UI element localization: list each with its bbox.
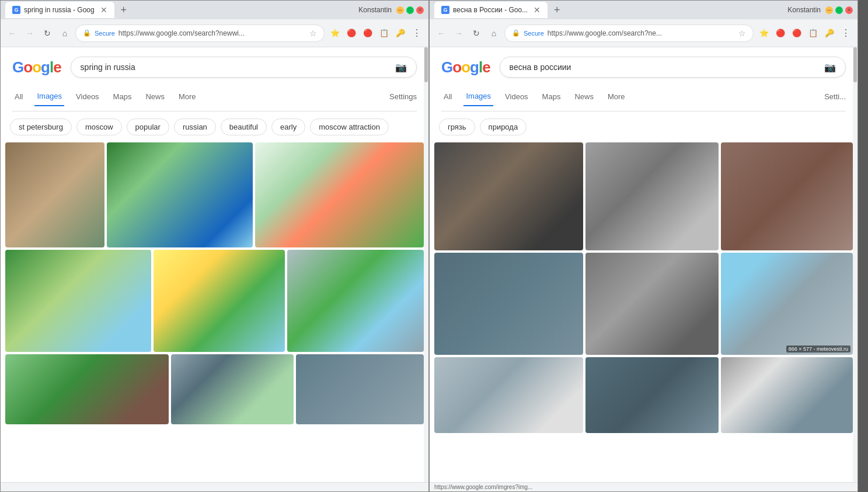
tab-2[interactable]: G весна в России - Goo... ✕: [434, 2, 548, 18]
image-7[interactable]: [5, 354, 169, 424]
address-input-2[interactable]: 🔒 Secure https://www.google.com/search?n…: [504, 25, 754, 42]
toolbar-icon-1e[interactable]: 🔑: [393, 26, 407, 40]
reload-button-2[interactable]: ↻: [469, 26, 483, 40]
chip-early[interactable]: early: [271, 118, 305, 135]
toolbar-icon-1b[interactable]: 🔴: [344, 26, 358, 40]
image-3[interactable]: [255, 142, 424, 247]
toolbar-icon-1a[interactable]: ⭐: [328, 26, 342, 40]
image-r6[interactable]: 866 × 577 - meteovesti.ru: [721, 253, 853, 355]
scroll-thumb-2[interactable]: [853, 47, 857, 82]
toolbar-icon-2c[interactable]: 🔴: [790, 26, 804, 40]
tab-title-2: весна в России - Goo...: [453, 6, 528, 14]
image-1[interactable]: [5, 142, 104, 247]
image-5[interactable]: [154, 250, 285, 352]
toolbar-icon-2a[interactable]: ⭐: [757, 26, 771, 40]
image-6[interactable]: [287, 250, 424, 352]
image-row-2c: [434, 357, 853, 433]
nav-images-2[interactable]: Images: [463, 87, 493, 106]
toolbar-icon-2e[interactable]: 🔑: [822, 26, 836, 40]
nav-settings-2[interactable]: Setti...: [824, 92, 846, 101]
close-button-1[interactable]: ✕: [416, 6, 424, 14]
google-logo-2: Google: [441, 58, 490, 76]
bookmark-icon-2[interactable]: ☆: [738, 29, 746, 38]
url-text-1: https://www.google.com/search?newwi...: [118, 29, 245, 37]
chip-moscow[interactable]: moscow: [76, 118, 122, 135]
new-tab-button-1[interactable]: +: [117, 3, 131, 17]
chip-priroda[interactable]: природа: [480, 118, 527, 135]
image-2[interactable]: [107, 142, 253, 247]
forward-button-2[interactable]: →: [452, 26, 466, 40]
nav-settings-1[interactable]: Settings: [389, 92, 417, 101]
scrollbar-2[interactable]: [853, 47, 857, 482]
minimize-button-1[interactable]: ─: [396, 6, 404, 14]
toolbar-icon-1c[interactable]: 🔴: [361, 26, 375, 40]
minimize-button-2[interactable]: ─: [825, 6, 833, 14]
nav-more-2[interactable]: More: [605, 88, 628, 106]
status-url-2: https://www.google.com/imgres?img...: [434, 484, 532, 490]
image-label-r6: 866 × 577 - meteovesti.ru: [786, 346, 850, 353]
address-input-1[interactable]: 🔒 Secure https://www.google.com/search?n…: [75, 25, 325, 42]
nav-more-1[interactable]: More: [176, 88, 198, 106]
nav-maps-1[interactable]: Maps: [111, 88, 134, 106]
camera-icon-2[interactable]: 📷: [824, 62, 836, 73]
reload-button-1[interactable]: ↻: [40, 26, 54, 40]
chip-popular[interactable]: popular: [127, 118, 169, 135]
image-grid-2: 866 × 577 - meteovesti.ru: [430, 142, 857, 482]
search-bar-2[interactable]: весна в россиии 📷: [500, 57, 846, 78]
image-8[interactable]: [171, 354, 294, 424]
chip-moscow-attraction[interactable]: moscow attraction: [310, 118, 389, 135]
chip-gryaz[interactable]: грязь: [439, 118, 475, 135]
title-bar-right-1: Konstantin ─ □ ✕: [358, 6, 424, 14]
lock-icon-1: 🔒: [83, 29, 91, 37]
image-r7[interactable]: [434, 357, 583, 433]
toolbar-icon-1d[interactable]: 📋: [377, 26, 391, 40]
nav-news-1[interactable]: News: [143, 88, 167, 106]
image-r2[interactable]: [585, 142, 719, 250]
chip-beautiful[interactable]: beautiful: [221, 118, 267, 135]
camera-icon-1[interactable]: 📷: [395, 62, 407, 73]
home-button-2[interactable]: ⌂: [487, 26, 501, 40]
toolbar-icons-2: ⭐ 🔴 🔴 📋 🔑 ⋮: [757, 26, 853, 40]
google-header-1: Google spring in russia 📷 All Images Vid…: [1, 47, 428, 111]
scroll-thumb-1[interactable]: [424, 47, 428, 82]
toolbar-icon-2b[interactable]: 🔴: [773, 26, 787, 40]
image-r4[interactable]: [434, 253, 583, 355]
new-tab-button-2[interactable]: +: [550, 3, 564, 17]
tab-close-2[interactable]: ✕: [534, 5, 541, 15]
search-bar-1[interactable]: spring in russia 📷: [71, 57, 417, 78]
search-nav-2: All Images Videos Maps News More Setti..…: [441, 82, 846, 111]
nav-all-2[interactable]: All: [441, 88, 454, 106]
image-r9[interactable]: [721, 357, 853, 433]
nav-images-1[interactable]: Images: [34, 87, 64, 106]
logo-search-row-1: Google spring in russia 📷: [12, 57, 417, 78]
url-text-2: https://www.google.com/search?ne...: [548, 29, 662, 37]
menu-button-1[interactable]: ⋮: [410, 26, 424, 40]
title-bar-right-2: Konstantin ─ □ ✕: [787, 6, 853, 14]
nav-videos-1[interactable]: Videos: [74, 88, 102, 106]
maximize-button-2[interactable]: □: [835, 6, 843, 14]
scrollbar-1[interactable]: [424, 47, 428, 482]
chip-st-petersburg[interactable]: st petersburg: [10, 118, 72, 135]
menu-button-2[interactable]: ⋮: [839, 26, 853, 40]
bookmark-icon-1[interactable]: ☆: [309, 29, 317, 38]
image-r3[interactable]: [721, 142, 853, 250]
chip-russian[interactable]: russian: [174, 118, 216, 135]
image-r5[interactable]: [585, 253, 719, 355]
tab-1[interactable]: G spring in russia - Goog ✕: [5, 2, 114, 18]
nav-maps-2[interactable]: Maps: [540, 88, 563, 106]
home-button-1[interactable]: ⌂: [58, 26, 72, 40]
maximize-button-1[interactable]: □: [406, 6, 414, 14]
tab-close-1[interactable]: ✕: [100, 5, 107, 15]
back-button-1[interactable]: ←: [5, 26, 19, 40]
nav-videos-2[interactable]: Videos: [503, 88, 531, 106]
forward-button-1[interactable]: →: [23, 26, 37, 40]
image-9[interactable]: [296, 354, 424, 424]
close-button-2[interactable]: ✕: [845, 6, 853, 14]
image-r8[interactable]: [585, 357, 719, 433]
nav-all-1[interactable]: All: [12, 88, 25, 106]
back-button-2[interactable]: ←: [434, 26, 448, 40]
image-r1[interactable]: [434, 142, 583, 250]
image-4[interactable]: [5, 250, 151, 352]
nav-news-2[interactable]: News: [572, 88, 596, 106]
toolbar-icon-2d[interactable]: 📋: [806, 26, 820, 40]
